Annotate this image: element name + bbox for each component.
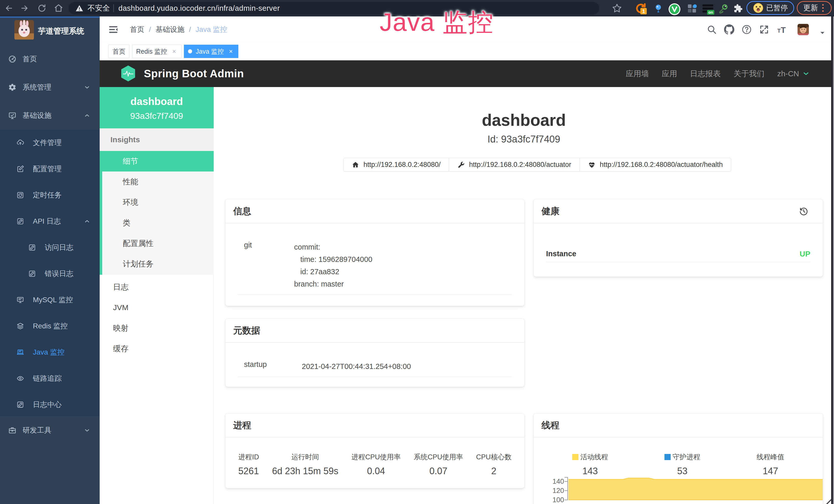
- browser-menu-kebab-icon[interactable]: [822, 4, 824, 12]
- browser-forward-button[interactable]: [19, 3, 29, 13]
- extension-green-circle-icon[interactable]: [667, 2, 682, 17]
- sba-item-config-props[interactable]: 配置属性: [102, 233, 214, 254]
- sidebar-item-label: 文件管理: [33, 138, 62, 147]
- infrastructure-icon: [8, 111, 17, 120]
- fullscreen-icon[interactable]: [759, 24, 769, 35]
- stat-value: 5261: [238, 466, 259, 477]
- process-card: 进程 进程ID 5261 运行时间 6d 23h 15m 59s 进程C: [225, 413, 525, 488]
- y-tick-140: 140: [552, 478, 564, 485]
- extension-restore-icon[interactable]: 1: [633, 2, 648, 15]
- extension-key-icon[interactable]: [717, 2, 729, 15]
- laptop-icon: [17, 348, 24, 356]
- stat-value: 0.04: [367, 466, 385, 477]
- search-icon[interactable]: [707, 24, 717, 35]
- threads-area-chart: 140 120 100: [541, 476, 824, 504]
- tag-close-icon[interactable]: ✕: [171, 48, 177, 55]
- sba-item-environment[interactable]: 环境: [102, 192, 214, 212]
- service-url-button[interactable]: http://192.168.0.2:48080/: [343, 158, 449, 171]
- sba-menu-wallboard[interactable]: 应用墙: [626, 69, 649, 79]
- process-card-header: 进程: [225, 413, 524, 437]
- threads-card-title: 线程: [542, 419, 559, 431]
- github-icon[interactable]: [724, 24, 734, 35]
- sba-item-label: 计划任务: [123, 259, 154, 269]
- sidebar-item-error-logs[interactable]: 错误日志: [0, 260, 100, 287]
- arrow-left-icon: [4, 4, 14, 13]
- management-url: http://192.168.0.2:48080/actuator: [469, 161, 571, 169]
- breadcrumb-infrastructure[interactable]: 基础设施: [156, 25, 184, 35]
- sidebar-item-system[interactable]: 系统管理: [0, 73, 100, 101]
- briefcase-icon: [8, 426, 17, 434]
- sidebar-item-home[interactable]: 首页: [0, 45, 100, 73]
- sidebar-collapse-button[interactable]: [108, 24, 119, 35]
- tag-redis-monitor[interactable]: Redis 监控 ✕: [132, 45, 182, 58]
- url-text[interactable]: dashboard.yudao.iocoder.cn/infra/admin-s…: [118, 4, 280, 13]
- sba-brand-title[interactable]: Spring Boot Admin: [144, 60, 244, 87]
- sba-menu-about[interactable]: 关于我们: [733, 69, 764, 79]
- browser-reload-button[interactable]: [37, 3, 47, 13]
- sidebar-item-file-management[interactable]: 文件管理: [0, 130, 100, 156]
- sba-menu-journal[interactable]: 日志报表: [690, 69, 721, 79]
- extensions-puzzle-button[interactable]: [731, 2, 744, 15]
- stat-daemon-threads: 守护进程 53: [664, 452, 700, 477]
- sba-item-metrics[interactable]: 性能: [102, 171, 214, 192]
- extension-on-badge: on: [708, 10, 713, 15]
- y-tick-100: 100: [552, 496, 564, 504]
- sidebar-item-scheduled-tasks[interactable]: 定时任务: [0, 182, 100, 208]
- browser-update-button[interactable]: 更新: [797, 1, 832, 15]
- sba-item-mappings[interactable]: 映射: [100, 318, 214, 338]
- sidebar-logo[interactable]: 芋道管理系统: [0, 17, 100, 45]
- tag-home[interactable]: 首页: [108, 45, 129, 58]
- star-icon: [612, 3, 622, 14]
- sba-item-caches[interactable]: 缓存: [100, 338, 214, 359]
- sba-item-classes[interactable]: 类: [102, 212, 214, 233]
- sba-item-jvm[interactable]: JVM: [100, 297, 214, 318]
- profile-paused-badge[interactable]: 已暂停: [746, 1, 794, 15]
- bookmark-star-button[interactable]: [612, 3, 622, 13]
- sidebar-item-redis-monitor[interactable]: Redis 监控: [0, 313, 100, 339]
- sidebar-item-mysql-monitor[interactable]: MySQL 监控: [0, 287, 100, 313]
- extension-tabs-on-icon[interactable]: on: [700, 2, 716, 16]
- sba-item-scheduled-tasks[interactable]: 计划任务: [102, 254, 214, 274]
- browser-home-button[interactable]: [53, 3, 64, 13]
- management-url-button[interactable]: http://192.168.0.2:48080/actuator: [449, 158, 580, 171]
- breadcrumb-current: Java 监控: [196, 25, 227, 35]
- sba-menu-applications[interactable]: 应用: [662, 69, 677, 79]
- user-avatar[interactable]: [797, 24, 809, 35]
- chevron-down-icon: [84, 84, 90, 91]
- sba-item-logs[interactable]: 日志: [100, 277, 214, 297]
- process-stats: 进程ID 5261 运行时间 6d 23h 15m 59s 进程CPU使用率 0…: [232, 452, 518, 477]
- stat-peak-threads: 线程峰值 147: [757, 452, 785, 477]
- service-url: http://192.168.0.2:48080/: [364, 161, 440, 169]
- browser-back-button[interactable]: [4, 3, 14, 13]
- help-icon[interactable]: [742, 24, 752, 35]
- sidebar-item-api-logs[interactable]: API 日志: [0, 208, 100, 234]
- sba-item-label: 环境: [123, 197, 138, 208]
- font-size-icon[interactable]: T T: [776, 24, 787, 35]
- sba-instance-header[interactable]: dashboard 93a3fc7f7409: [100, 87, 214, 129]
- extension-pin-icon[interactable]: [652, 2, 665, 15]
- sidebar-item-java-monitor[interactable]: Java 监控: [0, 339, 100, 365]
- caret-down-icon[interactable]: [819, 29, 826, 36]
- sidebar-item-label: 基础设施: [23, 111, 51, 120]
- sidebar-item-infrastructure[interactable]: 基础设施: [0, 101, 100, 130]
- sidebar-item-config-management[interactable]: 配置管理: [0, 156, 100, 182]
- stat-label: 系统CPU使用率: [414, 452, 463, 462]
- sba-locale-select[interactable]: zh-CN: [777, 69, 809, 78]
- tag-java-monitor[interactable]: Java 监控 ✕: [184, 45, 238, 58]
- address-bar[interactable]: 不安全 dashboard.yudao.iocoder.cn/infra/adm…: [69, 2, 599, 15]
- sba-insights-submenu: 细节 性能 环境 类 配置属性 计划任务: [100, 151, 214, 275]
- security-label[interactable]: 不安全: [88, 3, 110, 13]
- list-on-icon: on: [701, 3, 715, 15]
- sidebar-item-log-center[interactable]: 日志中心: [0, 392, 100, 418]
- sba-item-details[interactable]: 细节: [100, 151, 214, 171]
- extension-grid-icon[interactable]: [685, 2, 699, 15]
- sidebar-item-tracing[interactable]: 链路追踪: [0, 365, 100, 392]
- history-icon[interactable]: [798, 206, 809, 216]
- breadcrumb-home[interactable]: 首页: [130, 25, 144, 35]
- orange-sync-icon: 1: [635, 3, 647, 15]
- health-url-button[interactable]: http://192.168.0.2:48080/actuator/health: [580, 158, 731, 171]
- sidebar-item-access-logs[interactable]: 访问日志: [0, 234, 100, 260]
- window-resize-corner: [824, 498, 832, 504]
- sidebar-item-dev-tools[interactable]: 研发工具: [0, 416, 100, 444]
- tag-close-icon[interactable]: ✕: [227, 48, 234, 55]
